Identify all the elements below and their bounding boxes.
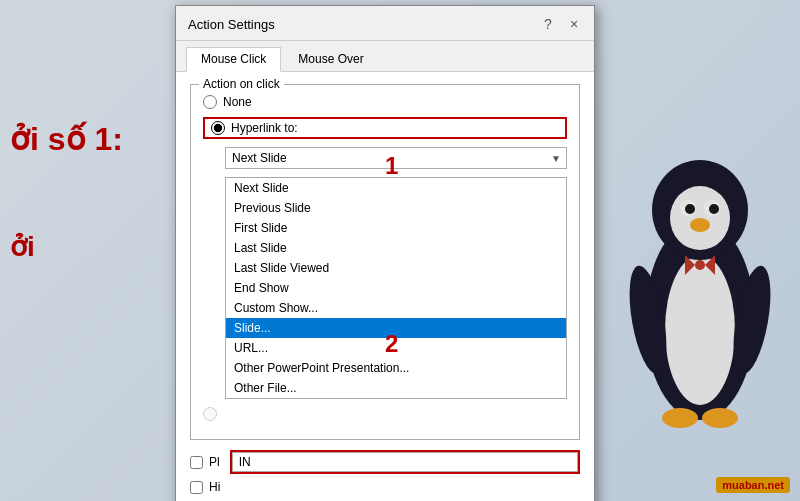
highlight-row: Hi (190, 480, 580, 494)
tab-mouse-over[interactable]: Mouse Over (283, 47, 378, 71)
hyperlink-radio[interactable] (211, 121, 225, 135)
help-button[interactable]: ? (538, 14, 558, 34)
none-radio-row: None (203, 95, 567, 109)
titlebar-buttons: ? × (538, 14, 584, 34)
play-sound-label: Pl (209, 455, 220, 469)
list-item-last-slide[interactable]: Last Slide (226, 238, 566, 258)
run-program-radio-row (203, 407, 567, 421)
play-sound-checkbox[interactable] (190, 456, 203, 469)
list-item-previous-slide[interactable]: Previous Slide (226, 198, 566, 218)
hyperlink-radio-row[interactable]: Hyperlink to: (203, 117, 567, 139)
list-item-last-slide-viewed[interactable]: Last Slide Viewed (226, 258, 566, 278)
list-item-end-show[interactable]: End Show (226, 278, 566, 298)
slide-listbox[interactable]: Next Slide Previous Slide First Slide La… (225, 177, 567, 399)
group-label: Action on click (199, 77, 284, 91)
url-input[interactable] (232, 452, 578, 472)
close-button[interactable]: × (564, 14, 584, 34)
list-item-next-slide[interactable]: Next Slide (226, 178, 566, 198)
dialog-body: Action on click None Hyperlink to: Next … (176, 72, 594, 501)
annotation-number-1: 1 (385, 152, 398, 180)
list-item-custom-show[interactable]: Custom Show... (226, 298, 566, 318)
dialog-tabs: Mouse Click Mouse Over (176, 41, 594, 72)
none-radio[interactable] (203, 95, 217, 109)
highlight-label: Hi (209, 480, 220, 494)
hyperlink-label: Hyperlink to: (231, 121, 298, 135)
url-input-container (230, 450, 580, 474)
tab-mouse-click[interactable]: Mouse Click (186, 47, 281, 72)
play-sound-row: Pl (190, 450, 580, 474)
action-settings-dialog: Action Settings ? × Mouse Click Mouse Ov… (175, 5, 595, 501)
annotation-number-2: 2 (385, 330, 398, 358)
dialog-title: Action Settings (188, 17, 275, 32)
none-label: None (223, 95, 252, 109)
list-item-first-slide[interactable]: First Slide (226, 218, 566, 238)
run-program-radio[interactable] (203, 407, 217, 421)
list-item-other-file[interactable]: Other File... (226, 378, 566, 398)
dialog-titlebar: Action Settings ? × (176, 6, 594, 41)
action-on-click-group: Action on click None Hyperlink to: Next … (190, 84, 580, 440)
list-item-other-ppt[interactable]: Other PowerPoint Presentation... (226, 358, 566, 378)
highlight-checkbox[interactable] (190, 481, 203, 494)
